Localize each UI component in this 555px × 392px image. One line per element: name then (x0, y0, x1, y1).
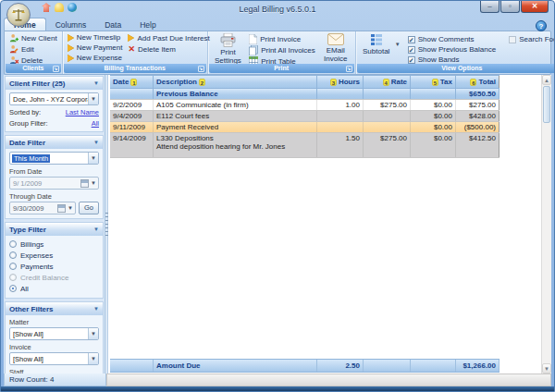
dropdown-arrow-icon[interactable]: ▼ (88, 353, 98, 364)
radio-icon (9, 274, 17, 281)
tab-data[interactable]: Data (95, 18, 130, 31)
person-add-icon (9, 33, 18, 43)
radio-payments[interactable]: Payments (9, 261, 99, 272)
scroll-up-icon[interactable]: ▲ (542, 75, 551, 85)
new-timeslip-button[interactable]: New Timeslip (65, 32, 126, 43)
show-comments-checkbox[interactable]: ✓Show Comments (408, 34, 497, 44)
cell-hours (317, 122, 364, 132)
type-filter-header[interactable]: Type Filter ▼ (6, 223, 103, 236)
from-date-input[interactable]: 9/ 1/2009 ▼ (9, 177, 99, 190)
scroll-down-icon[interactable]: ▼ (542, 363, 551, 374)
sorted-by-link[interactable]: Last Name (66, 108, 99, 116)
app-body: Client Filter (25) ▼ Doe, John - XYZ Cor… (4, 75, 551, 374)
subtotal-dropdown-icon[interactable]: ▼ (395, 42, 401, 47)
client-select[interactable]: Doe, John - XYZ Corporation ▼ (9, 92, 99, 105)
vertical-scrollbar[interactable]: ▲ ▼ (541, 75, 551, 374)
chevron-down-icon: ▼ (93, 140, 99, 145)
radio-billings-label: Billings (20, 240, 43, 249)
tab-columns[interactable]: Columns (46, 18, 96, 31)
new-client-button[interactable]: New Client (6, 32, 60, 43)
cell-tax: $0.00 (411, 122, 456, 132)
search-footer-checkbox[interactable]: Search Footer (509, 34, 555, 44)
column-header-rate[interactable]: 4Rate (364, 76, 411, 88)
client-filter-header[interactable]: Client Filter (25) ▼ (6, 77, 103, 90)
search-footer-label: Search Footer (519, 35, 555, 43)
invoice-select[interactable]: [Show All] ▼ (9, 352, 99, 365)
table-row[interactable]: 9/14/2009 L330 Depositions Attend deposi… (110, 133, 500, 158)
dropdown-arrow-icon[interactable]: ▼ (88, 93, 98, 104)
group-filter-label: Group Filter: (9, 119, 48, 128)
column-header-description[interactable]: Description2 (154, 76, 317, 88)
dropdown-arrow-icon[interactable]: ▼ (68, 205, 73, 211)
amount-due-hours: 2.50 (317, 360, 364, 372)
table-row-payment[interactable]: 9/11/2009 Payment Received $0.00 ($500.0… (110, 122, 500, 133)
date-preset-select[interactable]: This Month ▼ (9, 152, 99, 165)
minimize-button[interactable]: – (480, 1, 500, 13)
maximize-button[interactable]: ▫ (500, 1, 520, 13)
calendar-icon[interactable] (80, 179, 89, 188)
new-expense-label: New Expense (77, 54, 122, 62)
cell-description: E112 Court fees (154, 111, 317, 121)
tab-help[interactable]: Help (130, 18, 165, 31)
through-date-input[interactable]: 9/30/2009 ▼ (9, 202, 76, 214)
radio-all-label: All (20, 285, 29, 293)
print-settings-button[interactable]: Print Settings (210, 32, 246, 66)
cell-rate (364, 111, 411, 121)
help-icon[interactable]: ? (536, 20, 547, 31)
radio-expenses-label: Expenses (20, 251, 53, 260)
sorted-by-label: Sorted by: (9, 108, 41, 116)
new-payment-button[interactable]: New Payment (65, 43, 126, 53)
column-header-date[interactable]: Date1 (110, 76, 154, 88)
group-filter-link[interactable]: All (92, 119, 99, 128)
go-button[interactable]: Go (79, 202, 99, 214)
horizontal-scrollbar[interactable] (106, 374, 551, 386)
delete-item-button[interactable]: ✕Delete Item (125, 43, 212, 55)
add-past-due-interest-button[interactable]: Add Past Due Interest (125, 32, 212, 43)
print-all-invoices-button[interactable]: Print All Invoices (246, 44, 318, 55)
client-filter-section: Client Filter (25) ▼ Doe, John - XYZ Cor… (5, 76, 104, 132)
print-invoice-button[interactable]: Print Invoice (246, 33, 318, 44)
column-header-total[interactable]: 6Total (456, 76, 500, 88)
other-filters-section: Other Filters ▼ Matter [Show All] ▼ Invo… (5, 301, 104, 374)
dropdown-arrow-icon[interactable]: ▼ (91, 180, 96, 186)
radio-billings[interactable]: Billings (9, 239, 99, 250)
previous-balance-row[interactable]: Previous Balance $650.50 (110, 89, 500, 100)
new-expense-button[interactable]: New Expense (65, 53, 126, 63)
date-filter-header[interactable]: Date Filter ▼ (6, 136, 103, 149)
dropdown-arrow-icon[interactable]: ▼ (88, 153, 98, 164)
matter-label: Matter (9, 318, 99, 326)
dropdown-arrow-icon[interactable]: ▼ (88, 328, 98, 339)
table-row[interactable]: 9/4/2009 E112 Court fees $0.00 $428.00 (110, 111, 500, 122)
group-label-clients: Clients↘ (6, 64, 61, 73)
cell-rate (364, 89, 411, 99)
dialog-launcher-icon[interactable]: ↘ (346, 66, 352, 72)
email-invoice-button[interactable]: EMail Invoice (318, 32, 353, 64)
subtotal-grid-icon (370, 33, 383, 46)
table-row[interactable]: 9/2/2009 A105 Communicate (in firm) 1.00… (110, 100, 500, 111)
dialog-launcher-icon[interactable]: ↘ (198, 66, 204, 72)
other-filters-title: Other Filters (9, 305, 54, 313)
app-menu-button[interactable] (6, 3, 31, 27)
red-x-icon: ✕ (128, 45, 135, 54)
radio-icon (9, 251, 17, 259)
matter-select[interactable]: [Show All] ▼ (9, 327, 99, 340)
show-previous-balance-checkbox[interactable]: ✓Show Previous Balance (408, 44, 497, 55)
scrollbar-thumb[interactable] (543, 86, 550, 123)
transactions-grid: Date1 Description2 3Hours 4Rate 5Tax 6To… (108, 75, 551, 374)
calendar-icon[interactable] (57, 204, 66, 213)
other-filters-header[interactable]: Other Filters ▼ (6, 302, 103, 315)
column-header-tax[interactable]: 5Tax (411, 76, 456, 88)
amount-due-total: $1,266.00 (456, 360, 500, 372)
dialog-launcher-icon[interactable]: ↘ (53, 66, 59, 72)
cell-date: 9/4/2009 (110, 111, 154, 121)
column-header-hours[interactable]: 3Hours (317, 76, 364, 88)
radio-all[interactable]: All (9, 283, 99, 294)
yellow-arrow-icon (128, 34, 134, 42)
edit-client-button[interactable]: Edit (6, 43, 60, 55)
column-number-badge: 5 (432, 79, 438, 86)
close-button[interactable]: ✕ (521, 1, 549, 13)
subtotal-button[interactable]: Subtotal (358, 32, 395, 56)
status-bar: Row Count: 4 (4, 374, 551, 386)
radio-expenses[interactable]: Expenses (9, 250, 99, 261)
print-all-invoices-label: Print All Invoices (261, 46, 315, 55)
